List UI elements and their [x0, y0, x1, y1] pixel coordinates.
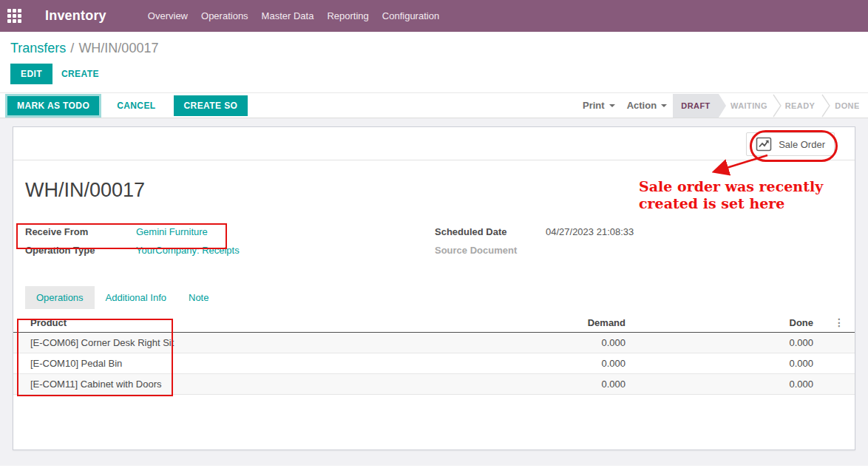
stage-draft[interactable]: DRAFT — [681, 101, 710, 110]
sale-order-button-label: Sale Order — [779, 139, 825, 150]
statusbar: MARK AS TODO CANCEL CREATE SO DRAFT WAIT… — [0, 92, 868, 118]
top-navbar: Inventory Overview Operations Master Dat… — [0, 0, 868, 32]
notebook-tabs: Operations Additional Info Note — [25, 286, 843, 309]
operations-table: Product Demand Done ⋮ [E-COM06] Corner D… — [13, 313, 855, 395]
create-so-button[interactable]: CREATE SO — [174, 95, 248, 116]
stage-waiting[interactable]: WAITING — [730, 101, 767, 110]
demand-cell[interactable]: 0.000 — [433, 353, 633, 374]
done-cell[interactable]: 0.000 — [633, 333, 821, 353]
navbar-menu: Overview Operations Master Data Reportin… — [148, 6, 439, 26]
column-demand[interactable]: Demand — [433, 313, 633, 333]
breadcrumb: Transfers/WH/IN/00017 — [10, 41, 858, 56]
breadcrumb-transfers-link[interactable]: Transfers — [10, 41, 66, 55]
create-button[interactable]: CREATE — [52, 64, 108, 84]
column-done[interactable]: Done — [633, 313, 821, 333]
field-scheduled-date: Scheduled Date 04/27/2023 21:08:33 — [435, 223, 843, 241]
breadcrumb-current: WH/IN/00017 — [78, 41, 158, 55]
receive-from-label: Receive From — [25, 226, 136, 237]
tab-operations[interactable]: Operations — [25, 286, 95, 309]
table-header-row: Product Demand Done ⋮ — [13, 313, 855, 333]
sale-order-smart-button[interactable]: Sale Order — [746, 132, 835, 156]
nav-item-master-data[interactable]: Master Data — [262, 6, 314, 26]
product-cell[interactable]: [E-COM06] Corner Desk Right Sit — [13, 333, 433, 353]
column-product[interactable]: Product — [13, 313, 433, 333]
source-document-label: Source Document — [435, 245, 546, 256]
nav-item-reporting[interactable]: Reporting — [327, 6, 368, 26]
edit-button[interactable]: EDIT — [10, 64, 52, 84]
product-cell[interactable]: [E-COM11] Cabinet with Doors — [13, 374, 433, 395]
cancel-button[interactable]: CANCEL — [108, 95, 164, 116]
action-dropdown-label: Action — [627, 100, 657, 111]
stage-done[interactable]: DONE — [835, 101, 859, 110]
field-operation-type: Operation Type YourCompany: Receipts — [25, 241, 423, 260]
caret-down-icon — [661, 104, 667, 107]
breadcrumb-separator: / — [66, 41, 78, 55]
nav-item-operations[interactable]: Operations — [201, 6, 248, 26]
app-title[interactable]: Inventory — [45, 8, 106, 24]
print-dropdown[interactable]: Print — [583, 100, 615, 111]
demand-cell[interactable]: 0.000 — [433, 374, 633, 395]
product-cell[interactable]: [E-COM10] Pedal Bin — [13, 353, 433, 374]
done-cell[interactable]: 0.000 — [633, 353, 821, 374]
nav-item-configuration[interactable]: Configuration — [382, 6, 439, 26]
operation-type-label: Operation Type — [25, 245, 136, 256]
table-row[interactable]: [E-COM11] Cabinet with Doors 0.000 0.000 — [13, 374, 855, 395]
field-source-document: Source Document — [435, 241, 843, 260]
content-area: Sale Order WH/IN/00017 Receive From Gemi… — [0, 118, 868, 466]
receive-from-value[interactable]: Gemini Furniture — [136, 226, 208, 237]
smart-button-box: Sale Order — [13, 127, 855, 160]
caret-down-icon — [609, 104, 615, 107]
stage-separator — [773, 95, 781, 117]
stage-separator — [822, 95, 830, 117]
done-cell[interactable]: 0.000 — [633, 374, 821, 395]
field-receive-from: Receive From Gemini Furniture — [25, 223, 423, 241]
mark-as-todo-button[interactable]: MARK AS TODO — [7, 96, 99, 115]
demand-cell[interactable]: 0.000 — [433, 333, 633, 353]
field-grid: Receive From Gemini Furniture Operation … — [25, 223, 843, 260]
control-panel: Transfers/WH/IN/00017 EDIT CREATE Print … — [0, 32, 868, 92]
operation-type-value[interactable]: YourCompany: Receipts — [136, 245, 240, 256]
line-chart-icon — [756, 137, 772, 152]
stage-ready[interactable]: READY — [785, 101, 816, 110]
scheduled-date-label: Scheduled Date — [435, 226, 546, 237]
scheduled-date-value: 04/27/2023 21:08:33 — [546, 226, 634, 237]
record-title: WH/IN/00017 — [25, 177, 855, 203]
nav-item-overview[interactable]: Overview — [148, 6, 188, 26]
tab-additional-info[interactable]: Additional Info — [95, 286, 177, 309]
apps-menu-icon[interactable] — [7, 9, 21, 23]
tab-note[interactable]: Note — [177, 286, 220, 309]
table-row[interactable]: [E-COM06] Corner Desk Right Sit 0.000 0.… — [13, 333, 855, 353]
optional-columns-icon[interactable]: ⋮ — [821, 313, 855, 333]
table-row[interactable]: [E-COM10] Pedal Bin 0.000 0.000 — [13, 353, 855, 374]
status-pipeline: DRAFT WAITING READY DONE — [671, 93, 859, 118]
form-sheet: Sale Order WH/IN/00017 Receive From Gemi… — [13, 126, 855, 450]
action-dropdown[interactable]: Action — [627, 100, 667, 111]
print-dropdown-label: Print — [583, 100, 605, 111]
